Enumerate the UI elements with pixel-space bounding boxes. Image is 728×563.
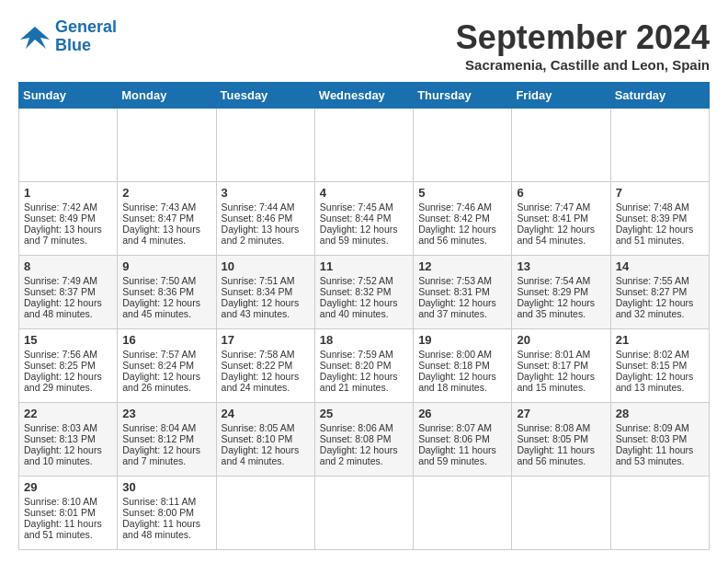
calendar-week-row: 15Sunrise: 7:56 AMSunset: 8:25 PMDayligh… [19,329,710,403]
sunrise-text: Sunrise: 8:01 AM [517,349,590,360]
calendar-cell [216,109,314,182]
sunrise-text: Sunrise: 8:10 AM [24,496,97,507]
sunrise-text: Sunrise: 7:53 AM [418,275,492,286]
day-number: 18 [320,333,408,347]
sunset-text: Sunset: 8:39 PM [616,213,688,224]
daylight-text: Daylight: 12 hours and 26 minutes. [122,371,200,393]
calendar-week-row [19,109,710,182]
day-number: 12 [418,259,506,273]
day-number: 2 [122,186,210,200]
daylight-text: Daylight: 13 hours and 4 minutes. [122,224,200,246]
calendar-week-row: 29Sunrise: 8:10 AMSunset: 8:01 PMDayligh… [19,477,710,550]
sunset-text: Sunset: 8:46 PM [222,213,293,224]
weekday-header-wednesday: Wednesday [314,83,413,109]
calendar-cell: 28Sunrise: 8:09 AMSunset: 8:03 PMDayligh… [610,403,709,477]
sunrise-text: Sunrise: 7:48 AM [616,201,689,213]
daylight-text: Daylight: 12 hours and 40 minutes. [320,297,398,319]
calendar-week-row: 1Sunrise: 7:42 AMSunset: 8:49 PMDaylight… [19,182,710,256]
daylight-text: Daylight: 12 hours and 43 minutes. [222,297,300,319]
day-number: 1 [24,186,112,200]
calendar-cell: 11Sunrise: 7:52 AMSunset: 8:32 PMDayligh… [314,256,413,329]
sunset-text: Sunset: 8:15 PM [616,360,688,371]
calendar-week-row: 8Sunrise: 7:49 AMSunset: 8:37 PMDaylight… [19,256,710,329]
day-number: 20 [517,333,605,347]
calendar-cell: 20Sunrise: 8:01 AMSunset: 8:17 PMDayligh… [512,329,610,403]
calendar-cell [314,477,413,550]
day-number: 17 [222,333,310,347]
sunset-text: Sunset: 8:36 PM [122,286,194,297]
sunset-text: Sunset: 8:34 PM [222,286,293,297]
month-title: September 2024 [456,18,710,57]
sunset-text: Sunset: 8:42 PM [418,213,490,224]
calendar-week-row: 22Sunrise: 8:03 AMSunset: 8:13 PMDayligh… [19,403,710,477]
sunrise-text: Sunrise: 7:42 AM [24,201,97,213]
day-number: 13 [517,259,605,273]
calendar-cell: 24Sunrise: 8:05 AMSunset: 8:10 PMDayligh… [216,403,314,477]
daylight-text: Daylight: 13 hours and 7 minutes. [24,224,102,246]
sunrise-text: Sunrise: 7:56 AM [24,349,97,360]
sunset-text: Sunset: 8:18 PM [418,360,490,371]
daylight-text: Daylight: 12 hours and 35 minutes. [517,297,595,319]
daylight-text: Daylight: 11 hours and 59 minutes. [418,444,496,466]
calendar-cell: 10Sunrise: 7:51 AMSunset: 8:34 PMDayligh… [216,256,314,329]
sunrise-text: Sunrise: 7:46 AM [418,201,492,213]
daylight-text: Daylight: 12 hours and 37 minutes. [418,297,496,319]
weekday-header-friday: Friday [512,83,610,109]
sunset-text: Sunset: 8:13 PM [24,433,96,444]
calendar-cell: 14Sunrise: 7:55 AMSunset: 8:27 PMDayligh… [610,256,709,329]
day-number: 6 [517,186,605,200]
day-number: 8 [24,259,112,273]
daylight-text: Daylight: 13 hours and 2 minutes. [222,224,300,246]
calendar-cell: 15Sunrise: 7:56 AMSunset: 8:25 PMDayligh… [19,329,118,403]
sunrise-text: Sunrise: 8:05 AM [222,422,295,433]
logo-text: General Blue [55,18,117,55]
daylight-text: Daylight: 12 hours and 2 minutes. [320,444,398,466]
sunrise-text: Sunrise: 7:43 AM [122,201,196,213]
sunset-text: Sunset: 8:17 PM [517,360,588,371]
sunrise-text: Sunrise: 7:51 AM [222,275,295,286]
calendar-cell: 21Sunrise: 8:02 AMSunset: 8:15 PMDayligh… [610,329,709,403]
sunrise-text: Sunrise: 8:02 AM [616,349,689,360]
sunset-text: Sunset: 8:22 PM [222,360,293,371]
calendar-cell: 8Sunrise: 7:49 AMSunset: 8:37 PMDaylight… [19,256,118,329]
daylight-text: Daylight: 12 hours and 29 minutes. [24,371,102,393]
sunrise-text: Sunrise: 8:11 AM [122,496,196,507]
calendar-cell: 30Sunrise: 8:11 AMSunset: 8:00 PMDayligh… [118,477,216,550]
daylight-text: Daylight: 11 hours and 48 minutes. [122,518,200,540]
sunset-text: Sunset: 8:44 PM [320,213,392,224]
day-number: 10 [222,259,310,273]
day-number: 24 [222,407,310,420]
sunset-text: Sunset: 8:03 PM [616,433,688,444]
sunrise-text: Sunrise: 7:50 AM [122,275,196,286]
calendar-table: SundayMondayTuesdayWednesdayThursdayFrid… [18,82,710,550]
calendar-cell: 23Sunrise: 8:04 AMSunset: 8:12 PMDayligh… [118,403,216,477]
day-number: 29 [24,480,112,494]
daylight-text: Daylight: 11 hours and 56 minutes. [517,444,595,466]
daylight-text: Daylight: 12 hours and 51 minutes. [616,224,694,246]
day-number: 16 [122,333,210,347]
sunrise-text: Sunrise: 8:03 AM [24,422,97,433]
calendar-cell [314,109,413,182]
weekday-header-thursday: Thursday [414,83,512,109]
day-number: 25 [320,407,408,420]
calendar-cell: 5Sunrise: 7:46 AMSunset: 8:42 PMDaylight… [414,182,512,256]
daylight-text: Daylight: 12 hours and 10 minutes. [24,444,102,466]
sunrise-text: Sunrise: 7:58 AM [222,349,295,360]
calendar-cell: 6Sunrise: 7:47 AMSunset: 8:41 PMDaylight… [512,182,610,256]
calendar-cell [216,477,314,550]
sunrise-text: Sunrise: 8:08 AM [517,422,590,433]
sunrise-text: Sunrise: 7:47 AM [517,201,590,213]
calendar-cell: 13Sunrise: 7:54 AMSunset: 8:29 PMDayligh… [512,256,610,329]
calendar-cell: 27Sunrise: 8:08 AMSunset: 8:05 PMDayligh… [512,403,610,477]
daylight-text: Daylight: 12 hours and 18 minutes. [418,371,496,393]
logo: General Blue [18,18,117,55]
calendar-cell: 19Sunrise: 8:00 AMSunset: 8:18 PMDayligh… [414,329,512,403]
day-number: 14 [616,259,704,273]
sunset-text: Sunset: 8:29 PM [517,286,588,297]
calendar-header-row: SundayMondayTuesdayWednesdayThursdayFrid… [19,83,710,109]
calendar-cell [512,477,610,550]
day-number: 3 [222,186,310,200]
calendar-cell [414,477,512,550]
sunrise-text: Sunrise: 7:59 AM [320,349,393,360]
calendar-cell: 17Sunrise: 7:58 AMSunset: 8:22 PMDayligh… [216,329,314,403]
